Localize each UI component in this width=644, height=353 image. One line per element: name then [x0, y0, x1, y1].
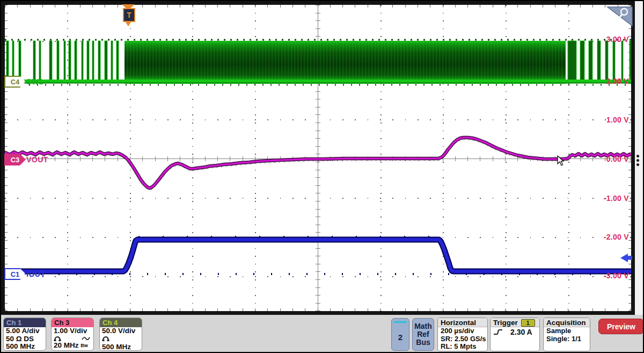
bottom-toolbar: Ch 1 5.00 A/div 50 Ω DS 500 MHz Ch 3 1.0… [1, 315, 644, 352]
channel-position-arrow-icon[interactable] [619, 253, 633, 263]
vout-label: VOUT [26, 155, 48, 164]
acquisition-mode: Sample [544, 327, 590, 335]
channel-badge-ch1[interactable]: Ch 1 5.00 A/div 50 Ω DS 500 MHz [3, 318, 46, 351]
mouse-cursor-icon [557, 155, 565, 166]
nav-2-label: 2 [392, 333, 409, 342]
screen-border [1, 1, 5, 315]
horizontal-sample-rate: SR: 2.50 GS/s [438, 335, 487, 343]
sw1-label: SW1 [26, 77, 43, 86]
scale-label: 1.00 V [591, 116, 629, 124]
acquisition-title: Acquisition [544, 318, 590, 327]
scale-label: -2.00 V [591, 233, 629, 241]
horizontal-panel[interactable]: Horizontal 200 µs/div SR: 2.50 GS/s RL: … [437, 318, 488, 351]
iout-label: IOUT [26, 270, 45, 278]
ch4-bandwidth: 500 MHz [100, 343, 142, 351]
channel-badge-ch3[interactable]: Ch 3 1.00 V/div 20 MHz Bw [51, 318, 94, 351]
rising-edge-icon [493, 329, 503, 335]
scale-label: 0.00 V [591, 155, 629, 163]
scale-label: 2.00 V [591, 77, 629, 85]
acquisition-count: Single: 1/1 [544, 335, 590, 343]
channel-badge-ch4[interactable]: Ch 4 50.0 V/div 500 MHz [99, 318, 142, 351]
screen-border [1, 311, 635, 315]
ch1-bandwidth: 500 MHz [4, 343, 46, 351]
preview-button[interactable]: Preview [598, 319, 644, 334]
math-ref-bus-button[interactable]: Math Ref Bus [412, 318, 434, 351]
channel-tag-c1[interactable]: C1 [4, 268, 26, 280]
ch4-scale: 50.0 V/div [100, 327, 142, 335]
ch4-header: Ch 4 [100, 318, 142, 327]
trigger-title: Trigger [493, 319, 518, 327]
trigger-level: 2.30 A [510, 328, 532, 336]
scale-label: 3.00 V [591, 35, 629, 44]
bus-label: Bus [413, 338, 434, 347]
math-label: Math [413, 322, 434, 330]
ch1-header: Ch 1 [4, 318, 46, 327]
scale-label: -1.00 V [591, 194, 629, 203]
center-horizontal-axis [5, 159, 631, 159]
edge-ticks [5, 5, 631, 8]
screen-border [1, 1, 635, 5]
ch1-scale: 5.00 A/div [4, 327, 46, 335]
coupling-sine-icon [82, 335, 90, 342]
screen-border [631, 1, 635, 315]
scale-label: -3.00 V [591, 271, 629, 280]
channel-tag-c3[interactable]: C3 [4, 154, 26, 165]
channel-tag-c4[interactable]: C4 [4, 76, 26, 88]
probe-icon [102, 335, 109, 342]
trigger-marker[interactable]: T [123, 8, 135, 22]
nav-2-button[interactable]: 2 [391, 318, 409, 351]
waveform-display: T C4 SW1 C3 VOUT C1 IOUT 3.00 V 2.00 V 1… [1, 1, 644, 315]
trigger-source-badge: 1 [521, 319, 535, 327]
horizontal-scale: 200 µs/div [438, 327, 487, 335]
ch3-scale: 1.00 V/div [52, 327, 93, 335]
zoom-corner-control[interactable] [606, 6, 633, 27]
ch3-header: Ch 3 [52, 318, 93, 327]
horizontal-record-length: RL: 5 Mpts [438, 343, 487, 351]
more-options-icon[interactable] [636, 155, 640, 168]
cyan-indicator [394, 321, 407, 323]
trigger-position-tick [126, 22, 131, 26]
trigger-panel[interactable]: Trigger 1 2.30 A [490, 318, 540, 351]
horizontal-title: Horizontal [438, 318, 487, 327]
ch3-bandwidth: 20 MHz Bw [52, 342, 93, 350]
acquisition-panel[interactable]: Acquisition Sample Single: 1/1 [543, 318, 590, 351]
oscilloscope-screenshot: T C4 SW1 C3 VOUT C1 IOUT 3.00 V 2.00 V 1… [0, 0, 644, 353]
ch1-termination: 50 Ω DS [4, 335, 46, 343]
ref-label: Ref [413, 330, 434, 338]
